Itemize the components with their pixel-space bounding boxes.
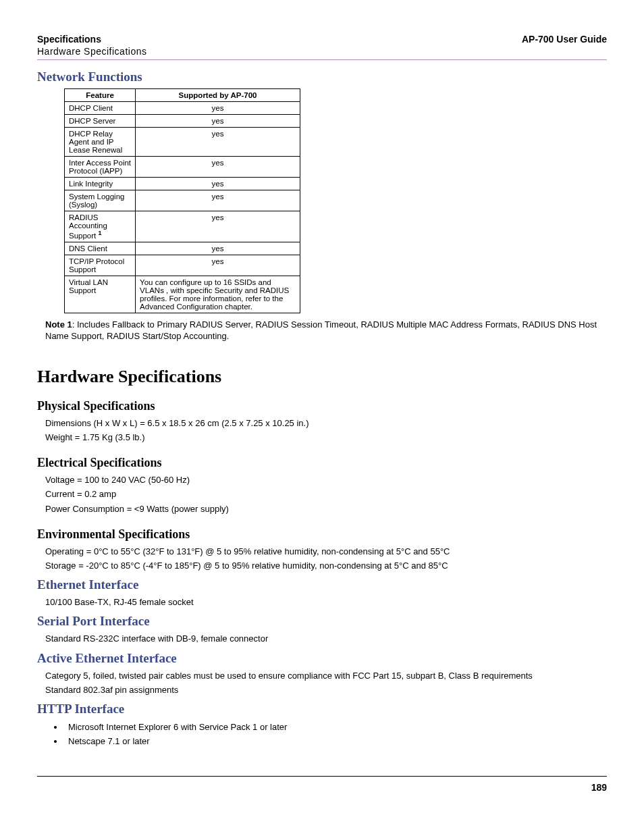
table-cell-supported: yes [136,102,300,115]
section-serial-port-interface: Serial Port Interface [37,614,607,629]
body-line: Storage = -20°C to 85°C (-4°F to 185°F) … [45,560,607,572]
table-row: DHCP Relay Agent and IP Lease Renewalyes [65,128,300,157]
table-row: TCP/IP Protocol Supportyes [65,255,300,276]
section-network-functions: Network Functions [37,70,607,84]
footnote-ref: 1 [98,230,101,236]
table-row: Virtual LAN SupportYou can configure up … [65,276,300,313]
table-row: DNS Clientyes [65,242,300,255]
page-header: Specifications AP-700 User Guide [37,34,607,45]
body-line: Standard 802.3af pin assignments [45,684,607,696]
header-left-top: Specifications [37,34,101,45]
body-line: Voltage = 100 to 240 VAC (50-60 Hz) [45,474,607,486]
table-cell-supported: yes [136,190,300,211]
section-hardware-specifications: Hardware Specifications [37,367,607,387]
table-cell-feature: TCP/IP Protocol Support [65,255,136,276]
table-cell-feature: DNS Client [65,242,136,255]
footer-rule [37,776,607,777]
body-line: Weight = 1.75 Kg (3.5 lb.) [45,432,607,444]
table-cell-feature: DHCP Server [65,115,136,128]
note-label: Note 1 [45,319,72,330]
table-cell-supported: yes [136,178,300,190]
section-http-interface: HTTP Interface [37,702,607,716]
subsection-physical: Physical Specifications [37,399,607,413]
body-line: Category 5, foiled, twisted pair cables … [45,670,607,682]
list-item: Microsoft Internet Explorer 6 with Servi… [64,721,607,735]
electrical-lines: Voltage = 100 to 240 VAC (50-60 Hz)Curre… [37,474,607,515]
body-line: Current = 0.2 amp [45,488,607,500]
ethernet-line: 10/100 Base-TX, RJ-45 female socket [45,596,607,608]
note-text: : Includes Fallback to Primary RADIUS Se… [45,319,597,342]
page-number: 189 [37,782,607,793]
subsection-environmental: Environmental Specifications [37,527,607,542]
header-rule [37,59,607,60]
table-body: DHCP ClientyesDHCP ServeryesDHCP Relay A… [65,102,300,313]
table-cell-feature: System Logging (Syslog) [65,190,136,211]
subsection-electrical: Electrical Specifications [37,456,607,470]
table-cell-feature: DHCP Client [65,102,136,115]
section-ethernet-interface: Ethernet Interface [37,577,607,592]
note-1: Note 1: Includes Fallback to Primary RAD… [45,319,607,342]
body-line: Dimensions (H x W x L) = 6.5 x 18.5 x 26… [45,417,607,429]
table-cell-supported: yes [136,211,300,242]
http-items: Microsoft Internet Explorer 6 with Servi… [56,721,607,749]
active-ethernet-lines: Category 5, foiled, twisted pair cables … [37,670,607,696]
table-row: DHCP Serveryes [65,115,300,128]
table-row: System Logging (Syslog)yes [65,190,300,211]
table-header-supported: Supported by AP-700 [136,89,300,102]
physical-lines: Dimensions (H x W x L) = 6.5 x 18.5 x 26… [37,417,607,444]
table-header-feature: Feature [65,89,136,102]
table-row: Link Integrityyes [65,178,300,190]
environmental-lines: Operating = 0°C to 55°C (32°F to 131°F) … [37,546,607,572]
table-cell-supported: yes [136,115,300,128]
section-active-ethernet-interface: Active Ethernet Interface [37,651,607,666]
network-functions-table: Feature Supported by AP-700 DHCP Clienty… [64,88,300,313]
serial-line: Standard RS-232C interface with DB-9, fe… [45,633,607,645]
table-cell-supported: yes [136,242,300,255]
body-line: Power Consumption = <9 Watts (power supp… [45,503,607,515]
table-cell-supported: yes [136,128,300,157]
table-cell-supported: yes [136,157,300,178]
table-cell-feature: Inter Access Point Protocol (IAPP) [65,157,136,178]
table-cell-supported: You can configure up to 16 SSIDs and VLA… [136,276,300,313]
table-row: RADIUS Accounting Support 1yes [65,211,300,242]
table-cell-feature: RADIUS Accounting Support 1 [65,211,136,242]
table-cell-supported: yes [136,255,300,276]
table-cell-feature: DHCP Relay Agent and IP Lease Renewal [65,128,136,157]
header-left-sub: Hardware Specifications [37,46,607,57]
table-row: Inter Access Point Protocol (IAPP)yes [65,157,300,178]
table-cell-feature: Link Integrity [65,178,136,190]
list-item: Netscape 7.1 or later [64,735,607,749]
body-line: Operating = 0°C to 55°C (32°F to 131°F) … [45,546,607,558]
header-right-top: AP-700 User Guide [522,34,607,45]
table-row: DHCP Clientyes [65,102,300,115]
table-cell-feature: Virtual LAN Support [65,276,136,313]
